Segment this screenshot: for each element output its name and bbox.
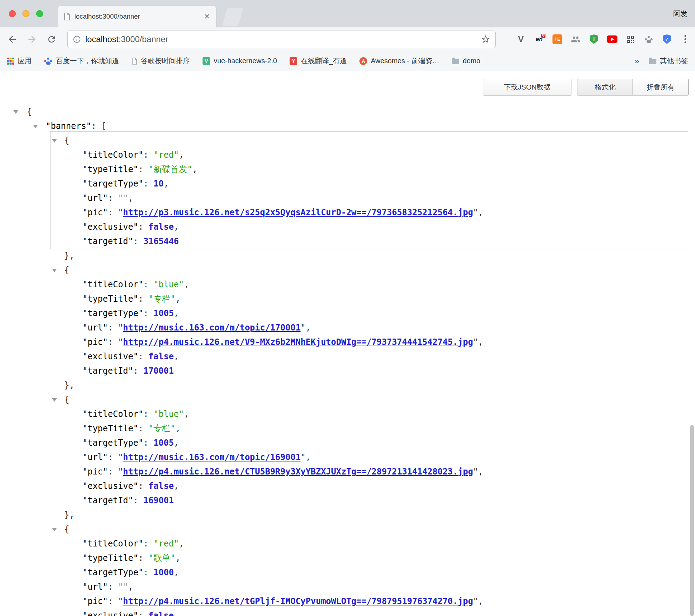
json-line: "url": "http://music.163.com/m/topic/169… (0, 450, 689, 465)
json-link[interactable]: http://p4.music.126.net/V9-MXz6b2MNhEKju… (123, 337, 473, 347)
json-token: "exclusive" (82, 222, 138, 232)
address-bar[interactable]: localhost:3000/banner (67, 31, 496, 48)
json-link[interactable]: http://music.163.com/m/topic/170001 (123, 323, 301, 333)
collapse-all-button[interactable]: 折叠所有 (633, 79, 689, 96)
json-line: "exclusive": false, (0, 479, 689, 493)
bookmark-star-icon[interactable] (481, 34, 490, 44)
json-token: "targetType" (82, 438, 143, 448)
vimium-extension-icon[interactable]: V (515, 34, 527, 45)
forward-button[interactable] (26, 33, 38, 45)
json-token: , (164, 179, 168, 189)
vue-icon: V (203, 57, 210, 65)
json-token: 3165446 (143, 236, 179, 246)
json-token: "targetId" (82, 366, 133, 376)
vertical-scrollbar-thumb[interactable] (690, 425, 694, 616)
tab-close-icon[interactable]: ✕ (204, 12, 210, 21)
collapse-toggle-icon[interactable] (13, 110, 18, 114)
json-token: , (184, 409, 189, 419)
bookmark-vue-hackernews[interactable]: V vue-hackernews-2.0 (203, 57, 277, 65)
json-token: { (64, 265, 69, 275)
json-token: "titleColor" (82, 280, 143, 289)
json-token: : (108, 452, 118, 462)
format-button[interactable]: 格式化 (577, 79, 633, 96)
kebab-menu-icon (684, 38, 686, 40)
json-token: 1005 (153, 308, 174, 318)
json-token: "exclusive" (82, 611, 138, 616)
json-token: "exclusive" (82, 352, 138, 361)
bookmark-label: 百度一下，你就知道 (56, 56, 119, 66)
bookmark-demo-folder[interactable]: demo (452, 57, 480, 65)
green-shield-extension-icon[interactable]: T (588, 34, 600, 45)
json-token: { (27, 107, 32, 117)
json-token: " (473, 208, 478, 217)
json-token: " (300, 323, 305, 333)
page-info-icon[interactable] (73, 35, 81, 44)
json-link[interactable]: http://p4.music.126.net/CTU5B9R9y3XyYBZX… (123, 467, 473, 477)
json-line: "pic": "http://p4.music.126.net/CTU5B9R9… (0, 465, 689, 479)
reload-button[interactable] (46, 33, 58, 45)
json-line: "exclusive": false (0, 609, 689, 616)
json-tree: {"banners": [{"titleColor": "red","typeT… (0, 105, 689, 616)
bookmarks-bar: 应用 百度一下，你就知道 谷歌按时间排序 V vue-hackernews-2.… (0, 51, 695, 71)
url-host: localhost (85, 34, 119, 44)
json-token: , (174, 438, 179, 448)
json-token: , (174, 481, 179, 491)
json-token: }, (64, 380, 74, 390)
collapse-toggle-icon[interactable] (52, 398, 57, 402)
json-token: : (138, 481, 148, 491)
people-extension-icon[interactable] (570, 34, 581, 45)
url-path: :3000/banner (119, 34, 168, 44)
maximize-window-button[interactable] (36, 10, 43, 17)
json-link[interactable]: http://p3.music.126.net/s25q2x5QyqsAzilC… (123, 208, 473, 217)
fehelper-extension-icon[interactable]: FE (552, 34, 563, 45)
json-link[interactable]: http://music.163.com/m/topic/169001 (123, 452, 301, 462)
collapse-toggle-icon[interactable] (52, 528, 57, 531)
new-tab-button[interactable] (222, 8, 244, 26)
collapse-toggle-icon[interactable] (33, 125, 38, 128)
browser-menu-button[interactable] (680, 34, 691, 45)
security-shield-extension-icon[interactable]: ✓ (661, 34, 673, 45)
json-token: , (128, 193, 133, 203)
json-token: , (306, 323, 311, 333)
json-token: , (128, 582, 133, 592)
collapse-toggle-icon[interactable] (52, 139, 57, 143)
json-token: " (118, 323, 123, 333)
collapse-toggle-icon[interactable] (52, 269, 57, 272)
youtube-extension-icon[interactable] (607, 34, 618, 45)
json-line: "titleColor": "blue", (0, 407, 689, 421)
bookmark-awesomes[interactable]: A Awesomes - 前端资… (359, 56, 439, 66)
json-token: , (179, 539, 184, 549)
minimize-window-button[interactable] (22, 10, 29, 17)
json-line: "url": "http://music.163.com/m/topic/170… (0, 321, 689, 335)
json-token: " (473, 596, 478, 606)
json-token: "" (118, 193, 128, 203)
json-token: , (179, 150, 184, 160)
bookmark-youdao-translate[interactable]: Y 在线翻译_有道 (290, 56, 347, 66)
profile-name[interactable]: 阿发 (673, 0, 687, 27)
download-json-button[interactable]: 下载JSON数据 (483, 79, 571, 96)
bookmark-google-time-sort[interactable]: 谷歌按时间排序 (132, 56, 190, 66)
back-button[interactable] (6, 33, 18, 45)
bookmarks-overflow-button[interactable]: » (635, 56, 639, 66)
close-window-button[interactable] (9, 10, 16, 17)
reload-icon (47, 34, 57, 44)
json-token: : (108, 596, 118, 606)
bookmark-baidu[interactable]: 百度一下，你就知道 (44, 56, 119, 66)
paw-extension-icon[interactable] (643, 34, 654, 45)
json-link[interactable]: http://p4.music.126.net/tGPljf-IMOCyPvum… (123, 596, 473, 606)
json-token: { (64, 395, 69, 405)
json-line: "pic": "http://p3.music.126.net/s25q2x5Q… (0, 205, 689, 220)
json-token: : (138, 352, 148, 361)
fe-glyph: FE (552, 34, 562, 44)
bookmark-apps[interactable]: 应用 (7, 56, 32, 66)
other-bookmarks-folder[interactable]: 其他书签 (649, 56, 688, 66)
json-token: , (174, 568, 179, 577)
browser-tab[interactable]: localhost:3000/banner ✕ (58, 6, 216, 27)
en-translator-extension-icon[interactable]: en英 (534, 34, 545, 45)
json-token: "url" (82, 582, 108, 592)
qr-code-extension-icon[interactable] (625, 34, 636, 45)
json-line: }, (0, 249, 689, 263)
json-token: , (174, 352, 179, 361)
json-token: { (64, 524, 69, 534)
json-line: "titleColor": "blue", (0, 277, 689, 292)
